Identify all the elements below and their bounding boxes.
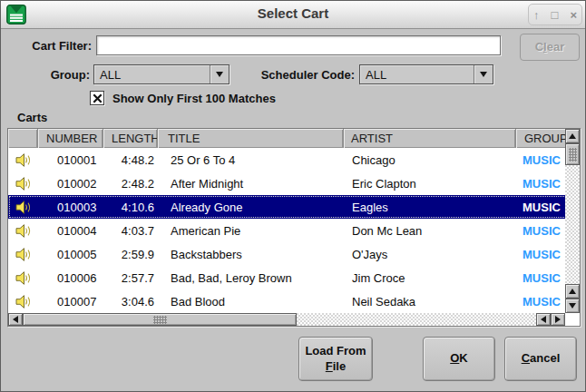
cart-length[interactable]: 2:59.9 xyxy=(103,242,158,266)
cart-number[interactable]: 010006 xyxy=(38,266,103,289)
cart-length[interactable]: 2:57.7 xyxy=(103,266,158,289)
group-combobox[interactable]: ALL xyxy=(93,64,230,84)
cart-number[interactable]: 010001 xyxy=(38,148,103,172)
speaker-icon xyxy=(8,172,38,195)
show-only-first-100-label: Show Only First 100 Matches xyxy=(112,92,276,105)
speaker-icon xyxy=(8,242,38,266)
cart-artist[interactable]: Eagles xyxy=(344,195,516,219)
scheduler-code-combobox-value: ALL xyxy=(360,68,474,82)
carts-table-header: NUMBER LENGTH TITLE ARTIST GROUP xyxy=(8,129,580,148)
load-from-file-button[interactable]: Load From File xyxy=(298,337,373,381)
shade-button[interactable]: ↑ xyxy=(533,9,540,21)
vertical-scrollbar-thumb[interactable] xyxy=(565,143,580,165)
cart-length[interactable]: 4:10.6 xyxy=(103,195,158,219)
arrow-right-icon xyxy=(555,316,561,323)
window-controls: ↑ □ × xyxy=(528,4,582,25)
vertical-scrollbar-track[interactable] xyxy=(565,165,580,284)
cart-length[interactable]: 4:03.7 xyxy=(103,219,158,242)
cart-length[interactable]: 4:48.2 xyxy=(103,148,158,172)
arrow-down-icon xyxy=(569,303,576,309)
vertical-scrollbar[interactable] xyxy=(565,129,580,313)
cancel-button[interactable]: Cancel xyxy=(504,337,577,381)
table-row[interactable]: 010006 2:57.7 Bad, Bad, Leroy Brown Jim … xyxy=(8,266,580,289)
scheduler-code-combobox-arrow[interactable] xyxy=(474,65,493,83)
cart-filter-input[interactable] xyxy=(96,35,501,55)
table-row[interactable]: 010002 2:48.2 After Midnight Eric Clapto… xyxy=(8,172,580,195)
arrow-up-icon xyxy=(569,289,576,294)
speaker-icon xyxy=(8,266,38,289)
checkbox-check-icon xyxy=(93,93,103,103)
scroll-right-button[interactable] xyxy=(551,313,565,326)
cart-number[interactable]: 010003 xyxy=(38,195,103,219)
cart-artist[interactable]: Don Mc Lean xyxy=(344,219,516,242)
header-artist[interactable]: ARTIST xyxy=(344,129,516,148)
horizontal-scrollbar[interactable] xyxy=(8,313,565,326)
table-row[interactable]: 010004 4:03.7 American Pie Don Mc Lean M… xyxy=(8,219,580,242)
grip-icon xyxy=(153,316,167,324)
table-row[interactable]: 010003 4:10.6 Already Gone Eagles MUSIC xyxy=(8,195,580,219)
horizontal-scrollbar-thumb[interactable] xyxy=(23,313,297,326)
cart-number[interactable]: 010005 xyxy=(38,242,103,266)
chevron-down-icon xyxy=(480,72,487,77)
table-row[interactable]: 010001 4:48.2 25 Or 6 To 4 Chicago MUSIC xyxy=(8,148,580,172)
carts-table: NUMBER LENGTH TITLE ARTIST GROUP 010001 … xyxy=(8,129,580,326)
horizontal-scrollbar-track[interactable] xyxy=(297,313,536,326)
cart-title[interactable]: Already Gone xyxy=(158,195,344,219)
arrow-left-icon xyxy=(541,316,546,323)
header-length[interactable]: LENGTH xyxy=(103,129,158,148)
cart-artist[interactable]: Neil Sedaka xyxy=(344,289,516,313)
speaker-icon xyxy=(8,195,38,219)
cart-length[interactable]: 3:04.6 xyxy=(103,289,158,313)
cart-number[interactable]: 010004 xyxy=(38,219,103,242)
cart-number[interactable]: 010007 xyxy=(38,289,103,313)
scheduler-code-combobox[interactable]: ALL xyxy=(359,64,493,84)
grip-icon xyxy=(569,148,577,162)
scroll-left-button[interactable] xyxy=(8,313,23,326)
table-body: 010001 4:48.2 25 Or 6 To 4 Chicago MUSIC… xyxy=(8,148,580,313)
cart-title[interactable]: 25 Or 6 To 4 xyxy=(158,148,344,172)
cart-title[interactable]: After Midnight xyxy=(158,172,344,195)
speaker-icon xyxy=(8,148,38,172)
cart-title[interactable]: Bad, Bad, Leroy Brown xyxy=(158,266,344,289)
cart-title[interactable]: Bad Blood xyxy=(158,289,344,313)
table-row[interactable]: 010005 2:59.9 Backstabbers O'Jays MUSIC xyxy=(8,242,580,266)
header-icon-column[interactable] xyxy=(8,129,38,148)
show-only-first-100-checkbox[interactable] xyxy=(90,91,104,105)
clear-button[interactable]: Clear xyxy=(520,34,580,61)
scroll-down-button[interactable] xyxy=(565,299,580,313)
speaker-icon xyxy=(8,289,38,313)
speaker-icon xyxy=(8,219,38,242)
cart-filter-label: Cart Filter: xyxy=(1,39,92,53)
cart-artist[interactable]: O'Jays xyxy=(344,242,516,266)
window-title: Select Cart xyxy=(1,5,585,21)
table-row[interactable]: 010007 3:04.6 Bad Blood Neil Sedaka MUSI… xyxy=(8,289,580,313)
group-label: Group: xyxy=(1,68,90,82)
arrow-up-icon xyxy=(569,133,576,139)
scroll-left-button-right[interactable] xyxy=(536,313,551,326)
select-cart-dialog: Select Cart ↑ □ × Cart Filter: Clear Gro… xyxy=(0,0,586,392)
header-number[interactable]: NUMBER xyxy=(38,129,103,148)
arrow-left-icon xyxy=(13,316,18,323)
scheduler-code-label: Scheduler Code: xyxy=(219,68,355,82)
group-combobox-value: ALL xyxy=(94,68,210,82)
cart-artist[interactable]: Eric Clapton xyxy=(344,172,516,195)
header-title[interactable]: TITLE xyxy=(158,129,344,148)
close-button[interactable]: × xyxy=(570,9,577,21)
cart-title[interactable]: American Pie xyxy=(158,219,344,242)
cart-number[interactable]: 010002 xyxy=(38,172,103,195)
scroll-up-button-bottom[interactable] xyxy=(565,284,580,299)
carts-section-label: Carts xyxy=(17,111,47,124)
titlebar[interactable]: Select Cart ↑ □ × xyxy=(1,1,585,29)
ok-button[interactable]: OK xyxy=(423,337,495,381)
cart-length[interactable]: 2:48.2 xyxy=(103,172,158,195)
cart-artist[interactable]: Jim Croce xyxy=(344,266,516,289)
scroll-up-button[interactable] xyxy=(565,129,580,143)
cart-title[interactable]: Backstabbers xyxy=(158,242,344,266)
cart-artist[interactable]: Chicago xyxy=(344,148,516,172)
maximize-button[interactable]: □ xyxy=(552,9,559,21)
